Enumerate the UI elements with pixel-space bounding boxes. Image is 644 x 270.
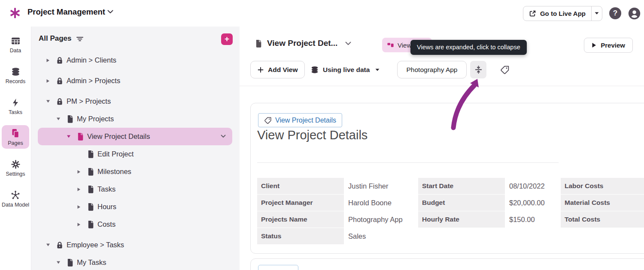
view-heading[interactable]: View Project Details (257, 128, 368, 142)
tag-icon[interactable] (499, 64, 510, 75)
page-icon (66, 115, 73, 123)
details-row: StatusSales (257, 228, 417, 244)
tree-item-label: Costs (97, 220, 115, 228)
rail-item-data-model[interactable]: Data Model (2, 187, 29, 210)
tree-item-label: Admin > Clients (67, 56, 116, 64)
view-name-label: View Project Details (275, 117, 336, 124)
details-field-label: Material Costs (561, 195, 644, 211)
details-row: Start Date08/10/2022 (418, 178, 560, 194)
live-data-dropdown[interactable]: Using live data (310, 61, 380, 78)
page-title[interactable]: View Project Det... (267, 39, 337, 48)
details-row: Material Costs (561, 195, 644, 211)
tree-item-label: My Tasks (77, 258, 106, 267)
tree-item-admin-projects[interactable]: Admin > Projects (38, 72, 232, 90)
bolt-icon (11, 97, 20, 108)
add-view-button[interactable]: Add View (250, 61, 305, 78)
lock-icon (56, 241, 63, 249)
help-button[interactable]: ? (609, 7, 621, 19)
rail-item-tasks[interactable]: Tasks (2, 94, 29, 118)
caret-icon[interactable] (45, 58, 51, 63)
gear-icon (11, 159, 21, 169)
details-field-value: Justin Fisher (344, 178, 389, 194)
table-icon (11, 36, 21, 46)
database-icon (310, 66, 319, 74)
caret-icon[interactable] (45, 99, 51, 103)
source-app-button[interactable]: Photography App (397, 61, 467, 78)
tree-item-hours[interactable]: Hours (38, 198, 232, 216)
tree-item-pm-projects[interactable]: PM > Projects (38, 93, 232, 110)
tree-item-label: Tasks (97, 185, 115, 193)
caret-icon[interactable] (55, 117, 61, 121)
rail-item-data[interactable]: Data (2, 33, 29, 56)
tree-item-edit-project[interactable]: Edit Project (38, 145, 232, 163)
caret-icon[interactable] (45, 243, 51, 247)
icon-rail: Data Records Tasks Pages Settings Data M… (0, 27, 31, 270)
pages-panel: All Pages + Admin > Clients Admin > Proj… (31, 27, 240, 270)
details-column: ClientJustin FisherProject ManagerHarold… (257, 178, 417, 245)
tree-item-admin-clients[interactable]: Admin > Clients (38, 51, 232, 69)
caret-icon[interactable] (76, 222, 82, 227)
tree-item-tasks[interactable]: Tasks (38, 180, 232, 198)
views-blocks-icon (387, 42, 394, 49)
details-row: Total Costs (561, 211, 644, 228)
preview-button[interactable]: Preview (584, 38, 633, 53)
caret-down-icon (375, 69, 380, 71)
tree-item-label: Hours (97, 203, 116, 211)
details-field-label: Labor Costs (561, 178, 644, 194)
page-icon (87, 185, 94, 193)
details-field-label: Total Costs (561, 211, 644, 228)
details-row: Labor Costs (561, 178, 644, 194)
page-title-chevron-icon[interactable] (345, 42, 351, 45)
tree-item-label: View Project Details (87, 132, 150, 141)
caret-icon[interactable] (76, 169, 82, 174)
caret-icon[interactable] (76, 204, 82, 210)
tree-item-label: Edit Project (97, 150, 134, 158)
add-view-label: Add View (268, 66, 298, 74)
details-column: Labor CostsMaterial CostsTotal Costs (561, 178, 644, 228)
filter-icon[interactable] (76, 36, 84, 42)
tree-item-label: PM > Projects (67, 97, 111, 105)
knack-logo-icon[interactable] (8, 6, 22, 21)
chevron-down-icon[interactable] (221, 135, 226, 138)
page-icon (76, 132, 84, 141)
tree-item-milestones[interactable]: Milestones (38, 163, 232, 180)
go-to-live-app-label: Go to Live App (540, 10, 586, 17)
next-view-badge[interactable] (258, 265, 298, 270)
view-name-badge[interactable]: View Project Details (258, 113, 342, 127)
details-column: Start Date08/10/2022Budget$20,000.00Hour… (418, 178, 560, 228)
pages-panel-header: All Pages + (31, 27, 240, 51)
rail-item-settings[interactable]: Settings (2, 156, 29, 180)
rail-item-pages[interactable]: Pages (2, 125, 29, 149)
caret-icon[interactable] (66, 135, 71, 138)
caret-icon[interactable] (45, 78, 51, 84)
details-table: ClientJustin FisherProject ManagerHarold… (257, 178, 644, 246)
caret-icon[interactable] (76, 187, 82, 192)
rail-label: Data (10, 48, 21, 54)
go-to-live-app-button[interactable]: Go to Live App (523, 6, 602, 21)
details-field-value: Photography App (344, 211, 403, 228)
page-icon (87, 168, 94, 176)
tree-item-employee-tasks[interactable]: Employee > Tasks (38, 236, 232, 254)
details-field-value: $20,000.00 (505, 195, 545, 211)
app-name[interactable]: Project Management (27, 7, 105, 17)
tree-item-costs[interactable]: Costs (38, 216, 232, 233)
add-page-button[interactable]: + (221, 33, 233, 45)
live-data-label: Using live data (323, 66, 370, 74)
go-to-live-app-dropdown[interactable] (591, 6, 602, 21)
app-switcher-chevron-icon[interactable] (107, 10, 113, 14)
details-field-label: Hourly Rate (418, 211, 505, 228)
details-row: Project ManagerHarold Boone (257, 195, 417, 211)
caret-icon[interactable] (55, 261, 61, 264)
details-row: ClientJustin Fisher (257, 178, 417, 194)
collapse-views-button[interactable] (470, 61, 486, 78)
tree-item-my-tasks[interactable]: My Tasks (38, 254, 232, 270)
user-avatar[interactable] (628, 7, 641, 20)
main-content: View Project Det... View Views are expan… (240, 27, 644, 270)
tree-item-my-projects[interactable]: My Projects (38, 110, 232, 128)
rail-item-records[interactable]: Records (2, 63, 29, 87)
data-model-icon (10, 190, 21, 200)
page-icon (87, 220, 94, 228)
details-row: Budget$20,000.00 (418, 195, 560, 211)
rail-label: Pages (8, 140, 23, 146)
tree-item-view-project-details[interactable]: View Project Details (38, 128, 232, 145)
